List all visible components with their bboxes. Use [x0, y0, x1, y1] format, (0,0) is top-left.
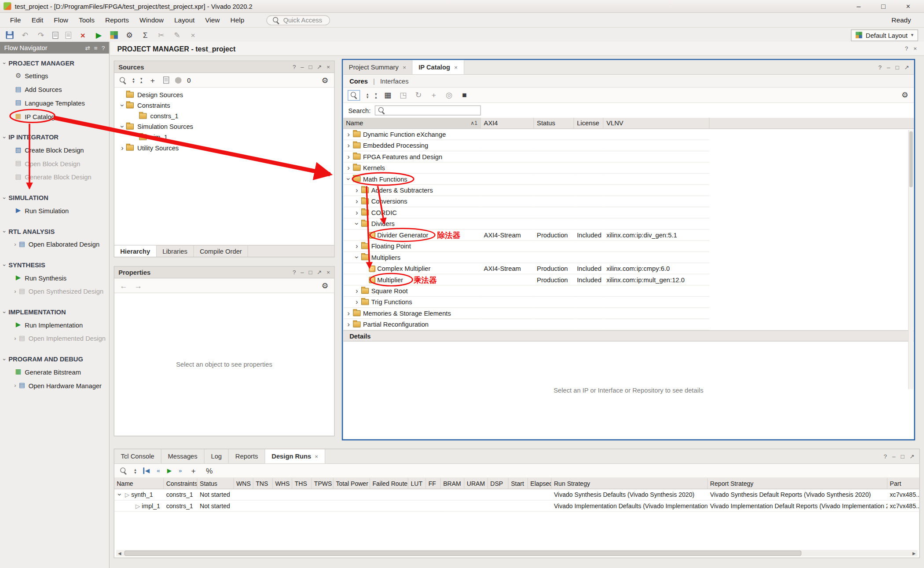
- percent-icon[interactable]: %: [205, 467, 214, 474]
- expander-icon[interactable]: ›: [345, 153, 352, 160]
- flow-navigator-item[interactable]: › ▤ Open Synthesized Design: [0, 284, 109, 298]
- expander-icon[interactable]: ›: [345, 164, 352, 171]
- menu-item[interactable]: Flow: [48, 15, 73, 25]
- create-run-icon[interactable]: +: [189, 467, 198, 474]
- expander-icon[interactable]: ›: [345, 176, 352, 182]
- design-run-row[interactable]: › ▷ impl_1 constrs_1 Not started: [114, 500, 919, 511]
- close-icon[interactable]: ×: [326, 64, 330, 70]
- design-runs-column-header[interactable]: URAM: [464, 478, 488, 489]
- flow-navigator-item[interactable]: › ▶ Run Simulation: [0, 204, 109, 217]
- fast-forward-icon[interactable]: »: [179, 467, 182, 474]
- forward-arrow-icon[interactable]: →: [134, 282, 143, 289]
- detach-icon[interactable]: ◳: [399, 91, 407, 99]
- bottom-tab[interactable]: Reports ×: [229, 449, 265, 463]
- toggle-panel-icon[interactable]: ⇄: [85, 44, 90, 51]
- ip-catalog-row[interactable]: › Adders & Subtracters: [343, 185, 914, 196]
- flow-navigator-item[interactable]: › ▦ Generate Bitstream: [0, 365, 109, 379]
- ip-catalog-row[interactable]: › Divider Generator AXI4-Stream Producti…: [343, 229, 914, 240]
- flow-navigator-item[interactable]: › ▤ Add Sources: [0, 83, 109, 96]
- cancel-icon[interactable]: ×: [189, 31, 198, 39]
- gear-icon[interactable]: ⚙: [900, 91, 909, 99]
- close-icon[interactable]: ×: [315, 453, 318, 460]
- layout-selector[interactable]: Default Layout ▾: [851, 29, 918, 41]
- cut-icon[interactable]: ✂: [157, 31, 165, 39]
- design-runs-column-header[interactable]: Part: [887, 478, 920, 489]
- menu-item[interactable]: Tools: [73, 15, 100, 25]
- go-to-start-icon[interactable]: ◀: [143, 467, 150, 474]
- float-icon[interactable]: □: [308, 64, 312, 70]
- minimize-icon[interactable]: –: [301, 269, 304, 276]
- flow-navigator-item[interactable]: › IMPLEMENTATION: [0, 306, 109, 318]
- menu-item[interactable]: Edit: [26, 15, 49, 25]
- ip-catalog-row[interactable]: › FPGA Features and Design: [343, 151, 914, 162]
- close-icon[interactable]: ×: [403, 64, 406, 70]
- menu-item[interactable]: View: [200, 15, 225, 25]
- design-runs-column-header[interactable]: WNS: [234, 478, 253, 489]
- scroll-right-icon[interactable]: ▶: [910, 551, 917, 556]
- close-icon[interactable]: ×: [326, 269, 330, 276]
- source-tree-item[interactable]: › constrs_1: [114, 111, 334, 121]
- save-icon[interactable]: [6, 31, 13, 39]
- design-runs-column-header[interactable]: FF: [426, 478, 440, 489]
- expander-icon[interactable]: ›: [345, 309, 352, 317]
- flow-navigator-item[interactable]: › PROJECT MANAGER: [0, 57, 109, 69]
- help-icon[interactable]: ?: [293, 269, 296, 276]
- ip-catalog-row[interactable]: › Multipliers: [343, 252, 914, 263]
- source-tree-item[interactable]: › sim_1: [114, 132, 334, 142]
- minimize-icon[interactable]: –: [892, 453, 895, 460]
- flow-navigator-item[interactable]: › RTL ANALYSIS: [0, 226, 109, 237]
- column-header-vlnv[interactable]: VLNV: [603, 118, 709, 128]
- source-tree-item[interactable]: › Simulation Sources: [114, 121, 334, 132]
- add-repository-icon[interactable]: +: [429, 91, 438, 99]
- ip-catalog-row[interactable]: › Dividers: [343, 218, 914, 229]
- menu-item[interactable]: File: [5, 15, 26, 25]
- window-minimize-button[interactable]: –: [846, 0, 871, 12]
- settings-gear-icon[interactable]: ⚙: [125, 31, 134, 39]
- window-close-button[interactable]: ×: [896, 0, 920, 12]
- design-runs-column-header[interactable]: TNS: [253, 478, 273, 489]
- design-runs-column-header[interactable]: Name: [114, 478, 164, 489]
- flow-navigator-item[interactable]: › SYNTHESIS: [0, 259, 109, 271]
- flow-navigator-item[interactable]: › ▶ Run Synthesis: [0, 271, 109, 284]
- search-icon[interactable]: [119, 76, 127, 84]
- scope-icon[interactable]: ◎: [445, 91, 454, 99]
- ip-catalog-row[interactable]: › CORDIC: [343, 207, 914, 218]
- source-tree-item[interactable]: › Utility Sources: [114, 142, 334, 153]
- subtab-interfaces[interactable]: Interfaces: [380, 77, 409, 84]
- expander-icon[interactable]: ›: [353, 221, 360, 227]
- program-device-icon[interactable]: [110, 31, 117, 39]
- ip-catalog-row[interactable]: › Dynamic Function eXchange: [343, 129, 914, 140]
- help-icon[interactable]: ?: [905, 45, 908, 52]
- vertical-scrollbar[interactable]: [908, 130, 913, 389]
- minimize-icon[interactable]: –: [301, 64, 304, 70]
- expander-icon[interactable]: ›: [354, 299, 360, 306]
- maximize-icon[interactable]: ↗: [317, 269, 322, 276]
- design-runs-column-header[interactable]: Status: [198, 478, 234, 489]
- close-icon[interactable]: ×: [454, 64, 458, 70]
- column-header-license[interactable]: License: [574, 118, 603, 128]
- add-sources-icon[interactable]: +: [148, 76, 157, 84]
- tab-project-summary[interactable]: Project Summary ×: [343, 60, 412, 74]
- run-icon[interactable]: ▶: [167, 467, 172, 474]
- redo-icon[interactable]: ↷: [37, 31, 45, 39]
- design-runs-column-header[interactable]: THS: [292, 478, 312, 489]
- design-runs-column-header[interactable]: LUT: [408, 478, 426, 489]
- flow-navigator-item[interactable]: › IP INTEGRATOR: [0, 131, 109, 143]
- expand-all-icon[interactable]: ▾▴: [375, 92, 377, 98]
- expander-icon[interactable]: ›: [119, 144, 126, 151]
- design-runs-column-header[interactable]: BRAM: [441, 478, 465, 489]
- back-arrow-icon[interactable]: ←: [119, 282, 128, 289]
- scroll-left-icon[interactable]: ◀: [116, 551, 123, 556]
- ip-catalog-row[interactable]: › Partial Reconfiguration: [343, 319, 914, 330]
- float-icon[interactable]: □: [901, 453, 904, 460]
- flow-navigator-item[interactable]: › ▤ Language Templates: [0, 96, 109, 109]
- source-tree-item[interactable]: › Constraints: [114, 100, 334, 111]
- expander-icon[interactable]: ›: [354, 288, 360, 295]
- help-icon[interactable]: ?: [878, 64, 881, 70]
- ip-catalog-row[interactable]: › Math Functions: [343, 174, 914, 185]
- design-run-row[interactable]: › ▷ synth_1 constrs_1 Not started: [114, 489, 919, 500]
- messages-badge-icon[interactable]: [175, 77, 181, 84]
- design-runs-column-header[interactable]: WHS: [273, 478, 292, 489]
- flow-navigator-item[interactable]: › SIMULATION: [0, 192, 109, 204]
- maximize-icon[interactable]: ↗: [317, 64, 322, 70]
